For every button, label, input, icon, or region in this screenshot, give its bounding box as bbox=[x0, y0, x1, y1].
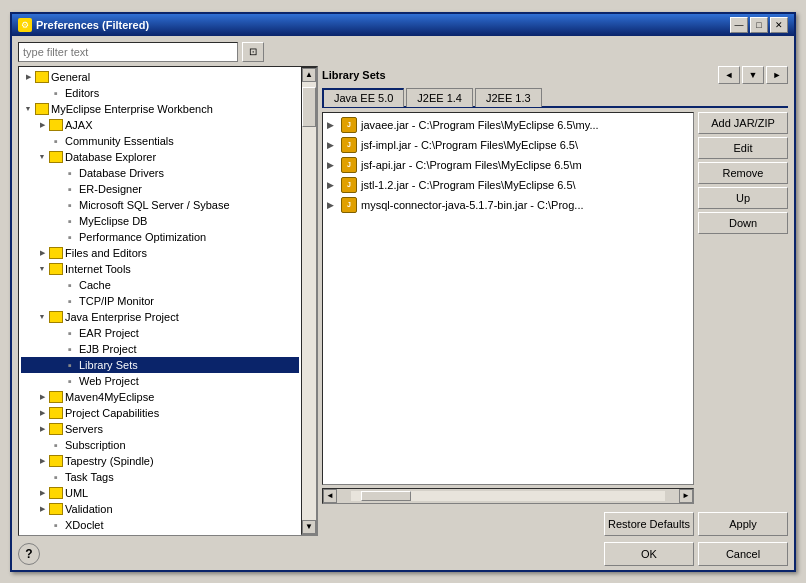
filter-button[interactable]: ⊡ bbox=[242, 42, 264, 62]
tree-item[interactable]: ▼Database Explorer bbox=[21, 149, 299, 165]
tree-item[interactable]: ▶AJAX bbox=[21, 117, 299, 133]
lib-item-label: mysql-connector-java-5.1.7-bin.jar - C:\… bbox=[361, 199, 584, 211]
tree-item[interactable]: ▪MyEclipse DB bbox=[21, 213, 299, 229]
expand-icon[interactable]: ▼ bbox=[21, 102, 35, 116]
scroll-thumb-horiz[interactable] bbox=[361, 491, 411, 501]
nav-dropdown-button[interactable]: ▼ bbox=[742, 66, 764, 84]
filter-input[interactable] bbox=[18, 42, 238, 62]
tree-item[interactable]: ▪ER-Designer bbox=[21, 181, 299, 197]
leaf-icon: ▪ bbox=[63, 358, 77, 372]
expand-icon[interactable]: ▶ bbox=[21, 70, 35, 84]
tree-item[interactable]: ▶Files and Editors bbox=[21, 245, 299, 261]
tree-item[interactable]: ▶Tapestry (Spindle) bbox=[21, 453, 299, 469]
tree-item[interactable]: ▶Project Capabilities bbox=[21, 405, 299, 421]
tree-item[interactable]: ▼Java Enterprise Project bbox=[21, 309, 299, 325]
tree-item[interactable]: ▪Subscription bbox=[21, 437, 299, 453]
library-item[interactable]: ▶ J jsf-api.jar - C:\Program Files\MyEcl… bbox=[325, 155, 691, 175]
tree-item-label: MyEclipse Enterprise Workbench bbox=[51, 103, 213, 115]
tree-scrollbar[interactable]: ▲ ▼ bbox=[301, 67, 317, 535]
tree-item-label: Performance Optimization bbox=[79, 231, 206, 243]
lib-scrollbar-bottom[interactable]: ◄ ► bbox=[322, 488, 694, 504]
tree-item[interactable]: ▶Servers bbox=[21, 421, 299, 437]
cancel-button[interactable]: Cancel bbox=[698, 542, 788, 566]
tree-item-label: Editors bbox=[65, 87, 99, 99]
nav-back-button[interactable]: ◄ bbox=[718, 66, 740, 84]
library-item[interactable]: ▶ J jstl-1.2.jar - C:\Program Files\MyEc… bbox=[325, 175, 691, 195]
tree-item[interactable]: ▪Library Sets bbox=[21, 357, 299, 373]
expand-icon[interactable]: ▶ bbox=[35, 390, 49, 404]
tab-jee50[interactable]: Java EE 5.0 bbox=[322, 88, 404, 107]
library-item[interactable]: ▶ J javaee.jar - C:\Program Files\MyEcli… bbox=[325, 115, 691, 135]
tree-item[interactable]: ▪Database Drivers bbox=[21, 165, 299, 181]
tree-item[interactable]: ▶General bbox=[21, 69, 299, 85]
tree-item-label: EAR Project bbox=[79, 327, 139, 339]
expand-icon[interactable]: ▶ bbox=[35, 118, 49, 132]
bottom-row: Restore DefaultsApply bbox=[322, 508, 788, 536]
tree-item[interactable]: ▶Validation bbox=[21, 501, 299, 517]
tree-item[interactable]: ▪Microsoft SQL Server / Sybase bbox=[21, 197, 299, 213]
dialog-buttons: OKCancel bbox=[604, 542, 788, 566]
tree-item[interactable]: ▼MyEclipse Enterprise Workbench bbox=[21, 101, 299, 117]
ok-button[interactable]: OK bbox=[604, 542, 694, 566]
remove-button[interactable]: Remove bbox=[698, 162, 788, 184]
leaf-icon: ▪ bbox=[63, 326, 77, 340]
expand-icon[interactable]: ▼ bbox=[35, 310, 49, 324]
library-item[interactable]: ▶ J jsf-impl.jar - C:\Program Files\MyEc… bbox=[325, 135, 691, 155]
minimize-button[interactable]: — bbox=[730, 17, 748, 33]
add-jar-zip-button[interactable]: Add JAR/ZIP bbox=[698, 112, 788, 134]
close-button[interactable]: ✕ bbox=[770, 17, 788, 33]
tree-item[interactable]: ▶Maven4MyEclipse bbox=[21, 389, 299, 405]
tree-item[interactable]: ▪Performance Optimization bbox=[21, 229, 299, 245]
up-button[interactable]: Up bbox=[698, 187, 788, 209]
maximize-button[interactable]: □ bbox=[750, 17, 768, 33]
preferences-window: ⚙ Preferences (Filtered) — □ ✕ ⊡ ▶Genera… bbox=[10, 12, 796, 572]
down-button[interactable]: Down bbox=[698, 212, 788, 234]
tree-item-label: Subscription bbox=[65, 439, 126, 451]
jar-icon: J bbox=[341, 117, 357, 133]
lib-expand-icon: ▶ bbox=[327, 200, 337, 210]
apply-button[interactable]: Apply bbox=[698, 512, 788, 536]
expand-icon[interactable]: ▶ bbox=[35, 246, 49, 260]
folder-icon bbox=[49, 119, 63, 131]
tree-container[interactable]: ▶General▪Editors▼MyEclipse Enterprise Wo… bbox=[19, 67, 301, 535]
tree-item-label: ER-Designer bbox=[79, 183, 142, 195]
left-panel: ▶General▪Editors▼MyEclipse Enterprise Wo… bbox=[18, 66, 318, 536]
tree-item-label: Validation bbox=[65, 503, 113, 515]
expand-icon[interactable]: ▼ bbox=[35, 262, 49, 276]
tree-item[interactable]: ▪Editors bbox=[21, 85, 299, 101]
scroll-right-button[interactable]: ► bbox=[679, 489, 693, 503]
nav-forward-button[interactable]: ► bbox=[766, 66, 788, 84]
edit-button[interactable]: Edit bbox=[698, 137, 788, 159]
help-button[interactable]: ? bbox=[18, 543, 40, 565]
expand-icon[interactable]: ▼ bbox=[35, 150, 49, 164]
tab-j2ee13[interactable]: J2EE 1.3 bbox=[475, 88, 542, 107]
expand-icon[interactable]: ▶ bbox=[35, 502, 49, 516]
tree-item[interactable]: ▼Internet Tools bbox=[21, 261, 299, 277]
scroll-thumb[interactable] bbox=[302, 87, 316, 127]
tree-item[interactable]: ▪Community Essentials bbox=[21, 133, 299, 149]
tree-item[interactable]: ▪XDoclet bbox=[21, 517, 299, 533]
lib-expand-icon: ▶ bbox=[327, 160, 337, 170]
lib-item-label: jsf-api.jar - C:\Program Files\MyEclipse… bbox=[361, 159, 582, 171]
expand-icon[interactable]: ▶ bbox=[35, 454, 49, 468]
tree-item-label: Files and Editors bbox=[65, 247, 147, 259]
tab-j2ee14[interactable]: J2EE 1.4 bbox=[406, 88, 473, 107]
tree-item[interactable]: ▪EAR Project bbox=[21, 325, 299, 341]
leaf-icon: ▪ bbox=[49, 86, 63, 100]
scroll-left-button[interactable]: ◄ bbox=[323, 489, 337, 503]
restore-defaults-button[interactable]: Restore Defaults bbox=[604, 512, 694, 536]
tree-item[interactable]: ▪EJB Project bbox=[21, 341, 299, 357]
tree-item[interactable]: ▶UML bbox=[21, 485, 299, 501]
folder-icon bbox=[49, 423, 63, 435]
tree-item[interactable]: ▪Task Tags bbox=[21, 469, 299, 485]
tree-item[interactable]: ▪Cache bbox=[21, 277, 299, 293]
expand-icon[interactable]: ▶ bbox=[35, 422, 49, 436]
scroll-down-button[interactable]: ▼ bbox=[302, 520, 316, 534]
library-item[interactable]: ▶ J mysql-connector-java-5.1.7-bin.jar -… bbox=[325, 195, 691, 215]
scroll-up-button[interactable]: ▲ bbox=[302, 68, 316, 82]
expand-icon[interactable]: ▶ bbox=[35, 486, 49, 500]
expand-icon[interactable]: ▶ bbox=[35, 406, 49, 420]
tree-item[interactable]: ▪TCP/IP Monitor bbox=[21, 293, 299, 309]
tree-item[interactable]: ▪Web Project bbox=[21, 373, 299, 389]
jar-icon: J bbox=[341, 177, 357, 193]
